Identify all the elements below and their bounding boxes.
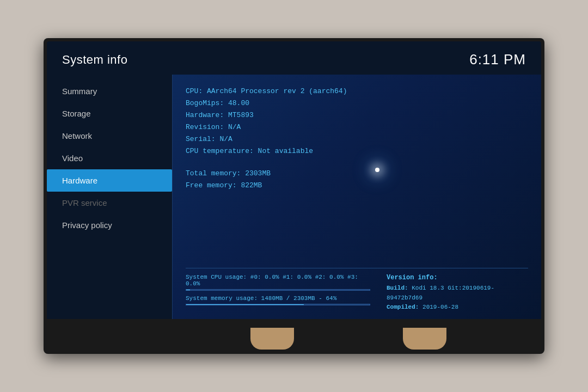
- sidebar-item-summary[interactable]: Summary: [47, 80, 172, 102]
- cpu-temp-line: CPU temperature: Not available: [186, 145, 528, 157]
- version-title: Version info:: [387, 274, 528, 281]
- content-panel: CPU: AArch64 Processor rev 2 (aarch64) B…: [172, 75, 541, 319]
- cpu-usage-label: System CPU usage: #0: 0.0% #1: 0.0% #2: …: [186, 274, 370, 287]
- sidebar-item-hardware[interactable]: Hardware: [47, 169, 172, 192]
- header: System info 6:11 PM: [47, 41, 541, 75]
- memory-progress-bar: [186, 304, 370, 305]
- tv-stand: [47, 319, 541, 352]
- cpu-progress-bar: [186, 289, 370, 291]
- sidebar-item-pvr: PVR service: [47, 192, 172, 214]
- sidebar-item-privacy[interactable]: Privacy policy: [47, 214, 172, 236]
- cpu-line: CPU: AArch64 Processor rev 2 (aarch64): [186, 85, 528, 97]
- build-line: Build: Kodi 18.3 Git:20190619-89472b7d69: [387, 284, 528, 303]
- sidebar-item-video[interactable]: Video: [47, 147, 172, 169]
- usage-section: System CPU usage: #0: 0.0% #1: 0.0% #2: …: [186, 274, 370, 313]
- revision-line: Revision: N/A: [186, 121, 528, 133]
- memory-usage-label: System memory usage: 1480MB / 2303MB - 6…: [186, 295, 370, 302]
- spacer: [186, 158, 528, 168]
- hardware-info: CPU: AArch64 Processor rev 2 (aarch64) B…: [186, 85, 528, 262]
- bottom-bar: System CPU usage: #0: 0.0% #1: 0.0% #2: …: [186, 268, 528, 313]
- tv-screen: System info 6:11 PM Summary Storage Netw…: [47, 41, 541, 319]
- app-title: System info: [62, 53, 127, 67]
- sidebar-item-storage[interactable]: Storage: [47, 102, 172, 125]
- free-memory-line: Free memory: 822MB: [186, 180, 528, 192]
- stand-left: [250, 328, 294, 350]
- sidebar: Summary Storage Network Video Hardware P…: [47, 75, 172, 319]
- stand-right: [403, 328, 446, 350]
- compiled-line: Compiled: 2019-06-28: [387, 303, 528, 313]
- compiled-value: 2019-06-28: [422, 304, 458, 310]
- cpu-progress-fill: [186, 290, 190, 290]
- sidebar-item-network[interactable]: Network: [47, 125, 172, 147]
- main-content: Summary Storage Network Video Hardware P…: [47, 75, 541, 319]
- total-memory-line: Total memory: 2303MB: [186, 168, 528, 180]
- bogomips-line: BogoMips: 48.00: [186, 97, 528, 109]
- tv-frame: System info 6:11 PM Summary Storage Netw…: [44, 38, 544, 354]
- glow-effect: [375, 168, 379, 172]
- clock: 6:11 PM: [469, 51, 526, 68]
- memory-progress-fill: [186, 304, 304, 305]
- build-label: Build:: [387, 285, 408, 291]
- serial-line: Serial: N/A: [186, 133, 528, 145]
- version-section: Version info: Build: Kodi 18.3 Git:20190…: [387, 274, 528, 313]
- hardware-line: Hardware: MT5893: [186, 109, 528, 121]
- compiled-label: Compiled:: [387, 304, 419, 310]
